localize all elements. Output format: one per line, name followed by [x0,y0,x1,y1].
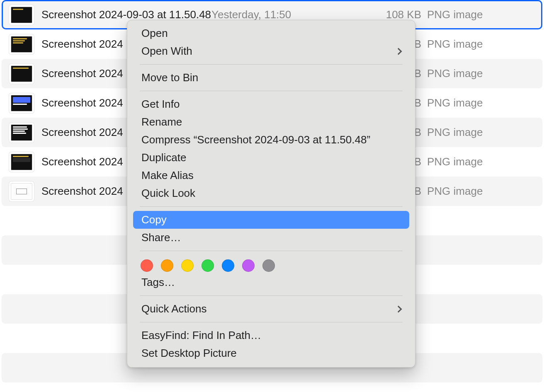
file-date: Yesterday, 11:50 [211,8,381,21]
menu-separator [140,206,403,207]
menu-label: Get Info [141,98,180,111]
tag-color-dot[interactable] [202,259,214,272]
menu-quick-look[interactable]: Quick Look [133,184,409,202]
menu-label: Open [141,27,168,40]
menu-label: Share… [141,231,181,244]
empty-row [2,382,542,392]
menu-duplicate[interactable]: Duplicate [133,149,409,167]
chevron-right-icon [395,48,402,55]
menu-easyfind[interactable]: EasyFind: Find In Path… [133,327,409,344]
menu-make-alias[interactable]: Make Alias [133,167,409,184]
menu-get-info[interactable]: Get Info [133,95,409,113]
menu-share[interactable]: Share… [133,229,409,247]
file-kind: PNG image [427,126,498,139]
tag-color-row [131,255,412,273]
menu-separator [140,295,403,296]
file-size: 108 KB [381,8,427,21]
file-thumbnail [11,65,32,82]
tag-color-dot[interactable] [161,259,173,272]
menu-separator [140,251,403,251]
menu-label: Quick Look [141,187,195,200]
menu-separator [140,64,403,65]
file-thumbnail [11,36,32,53]
menu-label: Quick Actions [141,302,207,315]
menu-label: Copy [141,213,167,226]
file-kind: PNG image [427,155,498,168]
menu-label: Move to Bin [141,71,198,84]
file-thumbnail [11,154,32,170]
menu-separator [140,91,403,91]
menu-label: Open With [141,45,192,58]
menu-tags[interactable]: Tags… [133,273,409,291]
file-thumbnail [11,7,32,23]
menu-open-with[interactable]: Open With [133,42,409,60]
menu-label: Compress “Screenshot 2024-09-03 at 11.50… [141,133,370,146]
menu-label: Set Desktop Picture [141,347,237,360]
file-kind: PNG image [427,38,498,51]
menu-set-desktop[interactable]: Set Desktop Picture [133,344,409,362]
tag-color-dot[interactable] [222,259,234,272]
menu-move-to-bin[interactable]: Move to Bin [133,69,409,87]
menu-compress[interactable]: Compress “Screenshot 2024-09-03 at 11.50… [133,131,409,149]
menu-label: Tags… [141,276,175,289]
file-kind: PNG image [427,8,498,21]
tag-color-dot[interactable] [181,259,194,272]
context-menu: Open Open With Move to Bin Get Info Rena… [127,20,415,368]
menu-copy[interactable]: Copy [133,211,409,229]
file-thumbnail [11,95,32,111]
menu-label: Duplicate [141,151,186,164]
menu-separator [140,322,403,322]
file-thumbnail [11,124,32,141]
tag-color-dot[interactable] [262,259,275,272]
file-kind: PNG image [427,97,498,109]
file-kind: PNG image [427,185,498,198]
tag-color-dot[interactable] [242,259,255,272]
file-thumbnail [11,183,32,200]
menu-label: Rename [141,116,182,128]
tag-color-dot[interactable] [141,259,153,272]
file-kind: PNG image [427,67,498,80]
chevron-right-icon [395,305,402,312]
file-name: Screenshot 2024-09-03 at 11.50.48 [37,8,211,21]
menu-open[interactable]: Open [133,24,409,42]
menu-quick-actions[interactable]: Quick Actions [133,300,409,318]
menu-label: EasyFind: Find In Path… [141,329,261,342]
menu-rename[interactable]: Rename [133,113,409,131]
menu-label: Make Alias [141,169,194,182]
